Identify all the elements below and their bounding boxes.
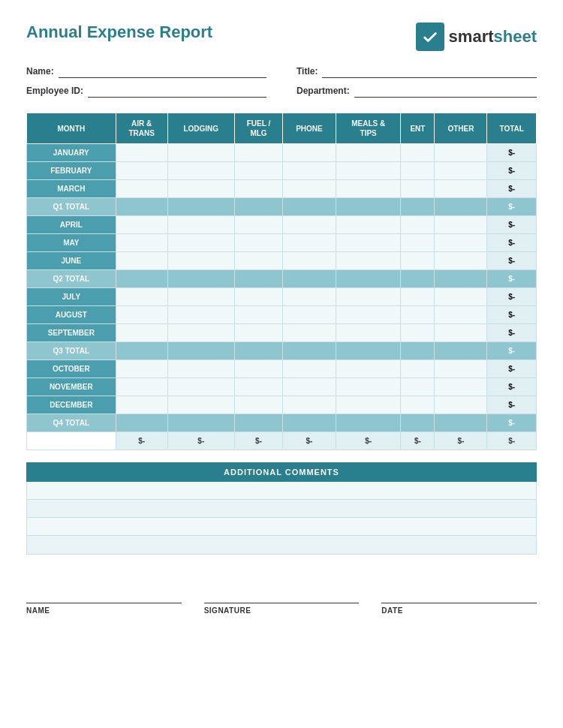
data-cell[interactable] (401, 234, 435, 252)
data-cell[interactable] (234, 180, 282, 198)
table-row[interactable]: AUGUST$- (27, 306, 537, 324)
sig-name-line[interactable] (26, 588, 182, 603)
data-cell[interactable] (167, 288, 234, 306)
data-cell[interactable] (401, 216, 435, 234)
data-cell[interactable] (283, 162, 336, 180)
data-cell[interactable] (435, 360, 487, 378)
data-cell[interactable] (167, 180, 234, 198)
data-cell[interactable] (283, 378, 336, 396)
data-cell[interactable] (435, 252, 487, 270)
data-cell[interactable] (336, 378, 401, 396)
data-cell[interactable] (401, 306, 435, 324)
data-cell[interactable] (283, 198, 336, 216)
data-cell[interactable] (234, 378, 282, 396)
data-cell[interactable] (283, 324, 336, 342)
table-row[interactable]: Q1 TOTAL$- (27, 198, 537, 216)
data-cell[interactable] (435, 144, 487, 162)
data-cell[interactable] (336, 162, 401, 180)
table-row[interactable]: MARCH$- (27, 180, 537, 198)
data-cell[interactable] (283, 396, 336, 414)
data-cell[interactable] (401, 180, 435, 198)
data-cell[interactable] (435, 270, 487, 288)
data-cell[interactable] (435, 162, 487, 180)
sig-signature-line[interactable] (204, 588, 360, 603)
data-cell[interactable] (336, 288, 401, 306)
data-cell[interactable] (234, 288, 282, 306)
title-input-line[interactable] (322, 65, 537, 78)
table-row[interactable]: Q4 TOTAL$- (27, 414, 537, 432)
data-cell[interactable] (167, 324, 234, 342)
table-row[interactable]: FEBRUARY$- (27, 162, 537, 180)
comments-body[interactable] (26, 482, 537, 555)
department-input-line[interactable] (354, 84, 537, 98)
data-cell[interactable] (283, 234, 336, 252)
data-cell[interactable] (435, 234, 487, 252)
data-cell[interactable] (167, 198, 234, 216)
table-row[interactable]: JANUARY$- (27, 144, 537, 162)
data-cell[interactable] (167, 342, 234, 360)
data-cell[interactable] (167, 270, 234, 288)
table-row[interactable]: DECEMBER$- (27, 396, 537, 414)
data-cell[interactable] (167, 252, 234, 270)
data-cell[interactable] (336, 324, 401, 342)
data-cell[interactable] (401, 252, 435, 270)
data-cell[interactable] (167, 414, 234, 432)
data-cell[interactable] (283, 180, 336, 198)
data-cell[interactable] (116, 162, 167, 180)
data-cell[interactable] (283, 342, 336, 360)
data-cell[interactable] (435, 414, 487, 432)
data-cell[interactable] (116, 414, 167, 432)
table-row[interactable]: SEPTEMBER$- (27, 324, 537, 342)
comment-line-1[interactable] (27, 482, 536, 500)
comment-line-2[interactable] (27, 500, 536, 518)
data-cell[interactable] (116, 342, 167, 360)
data-cell[interactable] (401, 288, 435, 306)
data-cell[interactable] (401, 360, 435, 378)
data-cell[interactable] (234, 198, 282, 216)
data-cell[interactable] (401, 324, 435, 342)
data-cell[interactable] (336, 360, 401, 378)
data-cell[interactable] (435, 324, 487, 342)
data-cell[interactable] (283, 288, 336, 306)
data-cell[interactable] (234, 360, 282, 378)
data-cell[interactable] (283, 306, 336, 324)
sig-date-line[interactable] (381, 588, 537, 603)
data-cell[interactable] (234, 234, 282, 252)
name-input-line[interactable] (59, 65, 266, 78)
table-row[interactable]: NOVEMBER$- (27, 378, 537, 396)
data-cell[interactable] (435, 288, 487, 306)
table-row[interactable]: JUNE$- (27, 252, 537, 270)
data-cell[interactable] (435, 342, 487, 360)
data-cell[interactable] (167, 162, 234, 180)
employee-id-input-line[interactable] (88, 84, 266, 98)
data-cell[interactable] (116, 378, 167, 396)
data-cell[interactable] (167, 216, 234, 234)
data-cell[interactable] (116, 270, 167, 288)
table-row[interactable]: Q3 TOTAL$- (27, 342, 537, 360)
data-cell[interactable] (116, 216, 167, 234)
data-cell[interactable] (167, 378, 234, 396)
comment-line-3[interactable] (27, 518, 536, 536)
data-cell[interactable] (234, 252, 282, 270)
data-cell[interactable] (283, 414, 336, 432)
data-cell[interactable] (234, 216, 282, 234)
data-cell[interactable] (234, 162, 282, 180)
data-cell[interactable] (283, 144, 336, 162)
data-cell[interactable] (234, 414, 282, 432)
data-cell[interactable] (116, 360, 167, 378)
data-cell[interactable] (234, 306, 282, 324)
data-cell[interactable] (116, 144, 167, 162)
data-cell[interactable] (283, 360, 336, 378)
comment-line-4[interactable] (27, 536, 536, 554)
data-cell[interactable] (435, 306, 487, 324)
data-cell[interactable] (234, 270, 282, 288)
data-cell[interactable] (116, 324, 167, 342)
data-cell[interactable] (234, 324, 282, 342)
data-cell[interactable] (401, 342, 435, 360)
data-cell[interactable] (435, 216, 487, 234)
data-cell[interactable] (336, 234, 401, 252)
data-cell[interactable] (336, 198, 401, 216)
table-row[interactable]: OCTOBER$- (27, 360, 537, 378)
data-cell[interactable] (336, 396, 401, 414)
data-cell[interactable] (234, 144, 282, 162)
